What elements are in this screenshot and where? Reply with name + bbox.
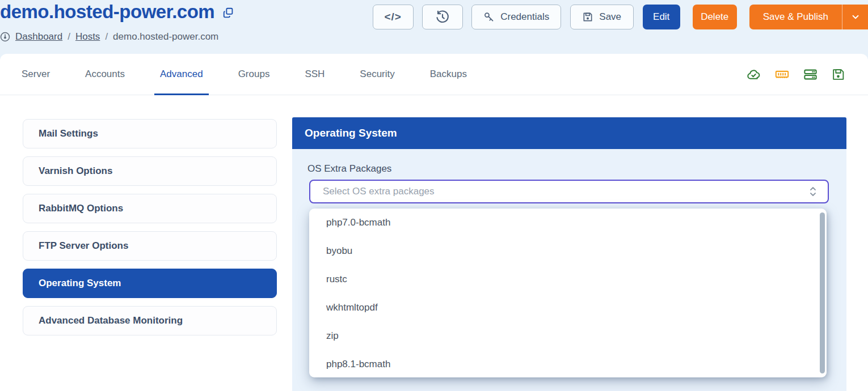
dashboard-gauge-icon xyxy=(0,32,10,42)
sidebar-item-rabbitmq-options[interactable]: RabbitMQ Options xyxy=(23,194,277,223)
sidebar-item-varnish-options[interactable]: Varnish Options xyxy=(23,156,277,186)
settings-sidebar: Mail Settings Varnish Options RabbitMQ O… xyxy=(23,119,277,343)
sidebar-item-label: FTP Server Options xyxy=(39,240,128,252)
tab-backups[interactable]: Backups xyxy=(416,54,481,95)
sidebar-item-mail-settings[interactable]: Mail Settings xyxy=(23,119,277,148)
history-icon xyxy=(435,10,450,24)
dropdown-option-label: rustc xyxy=(326,274,347,285)
tab-bar: Server Accounts Advanced Groups SSH Secu… xyxy=(0,54,868,95)
dropdown-option-byobu[interactable]: byobu xyxy=(309,237,827,265)
dropdown-option-rustc[interactable]: rustc xyxy=(309,265,827,294)
dropdown-option-label: byobu xyxy=(326,245,352,257)
dropdown-option-php7-bcmath[interactable]: php7.0-bcmath xyxy=(309,209,827,237)
tab-groups[interactable]: Groups xyxy=(225,54,284,95)
sidebar-item-label: Advanced Database Monitoring xyxy=(39,315,183,326)
key-icon xyxy=(483,11,495,23)
top-header: demo.hosted-power.com Dashboard / Hosts … xyxy=(0,0,868,54)
tab-accounts[interactable]: Accounts xyxy=(71,54,138,95)
credentials-button[interactable]: Credentials xyxy=(471,5,561,29)
dropdown-option-wkhtmltopdf[interactable]: wkhtmltopdf xyxy=(309,294,827,322)
sidebar-item-label: Operating System xyxy=(39,278,121,289)
delete-button-label: Delete xyxy=(701,11,728,23)
os-extra-packages-select[interactable]: Select OS extra packages xyxy=(309,180,829,203)
tab-ssh-label: SSH xyxy=(305,69,325,80)
memory-icon xyxy=(774,67,790,82)
floppy-save-icon xyxy=(831,67,845,82)
save-publish-split-button: Save & Publish xyxy=(749,5,868,29)
panel-title: Operating System xyxy=(305,127,397,139)
os-extra-packages-label: OS Extra Packages xyxy=(307,163,391,175)
select-placeholder: Select OS extra packages xyxy=(323,186,808,197)
edit-button-label: Edit xyxy=(653,11,669,23)
breadcrumb-separator: / xyxy=(68,31,70,42)
breadcrumb-hosts-link[interactable]: Hosts xyxy=(75,31,100,42)
sidebar-item-label: Varnish Options xyxy=(39,165,112,177)
save-publish-button[interactable]: Save & Publish xyxy=(749,5,842,29)
breadcrumb: Dashboard / Hosts / demo.hosted-power.co… xyxy=(0,31,218,42)
page-title: demo.hosted-power.com xyxy=(0,1,214,23)
cloud-check-icon xyxy=(746,67,761,82)
sidebar-item-label: Mail Settings xyxy=(39,128,98,139)
tab-advanced[interactable]: Advanced xyxy=(146,54,217,95)
dropdown-option-label: php8.1-bcmath xyxy=(326,359,390,370)
os-packages-dropdown: php7.0-bcmath byobu rustc wkhtmltopdf zi… xyxy=(309,209,827,377)
sidebar-item-advanced-database-monitoring[interactable]: Advanced Database Monitoring xyxy=(23,306,277,335)
save-button[interactable]: Save xyxy=(570,5,634,29)
floppy-icon xyxy=(582,11,593,23)
breadcrumb-dashboard-link[interactable]: Dashboard xyxy=(15,31,62,42)
save-publish-dropdown-toggle[interactable] xyxy=(842,5,868,29)
code-button[interactable]: </> xyxy=(373,5,414,29)
dropdown-scrollbar[interactable] xyxy=(820,212,825,373)
save-button-label: Save xyxy=(599,11,621,23)
sidebar-item-ftp-server-options[interactable]: FTP Server Options xyxy=(23,231,277,261)
panel-header: Operating System xyxy=(292,117,846,149)
tab-ssh[interactable]: SSH xyxy=(291,54,338,95)
operating-system-panel: Operating System OS Extra Packages Selec… xyxy=(292,117,846,391)
history-button[interactable] xyxy=(422,5,463,29)
dropdown-option-zip[interactable]: zip xyxy=(309,322,827,350)
breadcrumb-separator: / xyxy=(105,31,108,42)
dropdown-option-label: php7.0-bcmath xyxy=(326,217,390,228)
edit-button[interactable]: Edit xyxy=(643,5,680,29)
copy-icon[interactable] xyxy=(222,7,235,19)
sidebar-item-operating-system[interactable]: Operating System xyxy=(23,269,277,298)
credentials-button-label: Credentials xyxy=(500,11,549,23)
tab-accounts-label: Accounts xyxy=(85,69,125,80)
tab-security[interactable]: Security xyxy=(346,54,408,95)
dropdown-option-label: zip xyxy=(326,330,339,342)
tab-advanced-label: Advanced xyxy=(160,69,203,80)
tab-groups-label: Groups xyxy=(238,69,270,80)
dropdown-option-php81-bcmath[interactable]: php8.1-bcmath xyxy=(309,350,827,377)
chevron-up-down-icon xyxy=(808,186,818,197)
tab-server-label: Server xyxy=(22,69,50,80)
server-stack-icon xyxy=(803,67,818,82)
breadcrumb-current: demo.hosted-power.com xyxy=(113,31,218,42)
dropdown-option-label: wkhtmltopdf xyxy=(326,302,378,313)
save-publish-button-label: Save & Publish xyxy=(763,11,828,23)
code-icon: </> xyxy=(384,11,401,23)
tab-backups-label: Backups xyxy=(430,69,467,80)
delete-button[interactable]: Delete xyxy=(693,5,737,29)
tab-server[interactable]: Server xyxy=(8,54,64,95)
toolbar: </> Credentials Save xyxy=(373,5,868,29)
status-icons xyxy=(746,54,845,95)
tab-security-label: Security xyxy=(360,69,394,80)
chevron-down-icon xyxy=(850,12,861,22)
sidebar-item-label: RabbitMQ Options xyxy=(39,203,123,214)
